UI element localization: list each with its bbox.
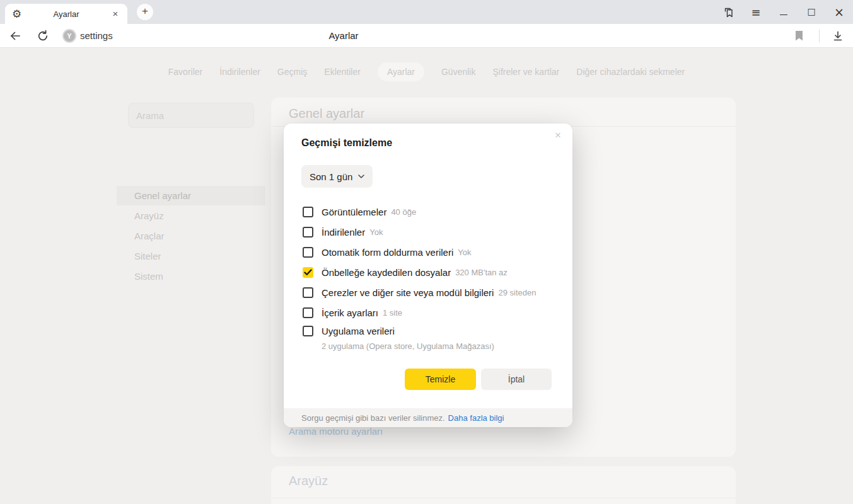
search-input[interactable] bbox=[128, 103, 254, 128]
item-label: Uygulama verileri bbox=[322, 326, 395, 336]
site-badge-icon[interactable]: Y bbox=[62, 29, 76, 43]
maximize-button[interactable]: □ bbox=[798, 0, 825, 24]
reload-button[interactable] bbox=[37, 30, 49, 42]
history-row-form-verileri[interactable]: Otomatik form doldurma verileri Yok bbox=[303, 242, 557, 262]
item-meta: 320 MB'tan az bbox=[455, 268, 508, 277]
download-icon[interactable] bbox=[832, 30, 845, 43]
omnibox-page-title: Ayarlar bbox=[328, 24, 358, 48]
checkbox-form-verileri[interactable] bbox=[303, 247, 313, 258]
item-label: Önbelleğe kaydedilen dosyalar bbox=[322, 267, 451, 278]
nav-tab-favoriler[interactable]: Favoriler bbox=[168, 67, 202, 77]
section-card-arayuz: Arayüz bbox=[271, 466, 736, 504]
section-divider bbox=[271, 498, 736, 498]
checkbox-cerezler[interactable] bbox=[303, 287, 313, 298]
section-title: Arayüz bbox=[289, 474, 328, 488]
item-meta: 1 site bbox=[383, 308, 402, 318]
window-controls: ≡ □ × bbox=[714, 0, 853, 24]
dialog-buttons: Temizle İptal bbox=[405, 369, 552, 390]
sidebar-item-arayuz[interactable]: Arayüz bbox=[117, 206, 265, 226]
new-tab-button[interactable]: + bbox=[137, 4, 153, 20]
item-meta: Yok bbox=[369, 227, 383, 237]
item-meta: Yok bbox=[458, 248, 471, 257]
sidebar-item-sistem[interactable]: Sistem bbox=[117, 266, 265, 286]
tab-title: Ayarlar bbox=[5, 9, 127, 19]
item-sub-label: 2 uygulama (Opera store, Uygulama Mağaza… bbox=[322, 341, 557, 351]
history-row-cerezler[interactable]: Çerezler ve diğer site veya modül bilgil… bbox=[303, 282, 557, 302]
check-icon bbox=[304, 269, 312, 276]
item-label: Görüntülemeler bbox=[322, 207, 386, 217]
sidebar-item-siteler[interactable]: Siteler bbox=[117, 246, 265, 266]
checkbox-uygulama-verileri[interactable] bbox=[303, 326, 313, 336]
history-row-icerik-ayarlari[interactable]: İçerik ayarları 1 site bbox=[303, 302, 557, 323]
chevron-down-icon bbox=[358, 175, 364, 178]
history-row-indirilenler[interactable]: İndirilenler Yok bbox=[303, 222, 557, 242]
back-button[interactable] bbox=[9, 30, 21, 42]
minimize-button[interactable] bbox=[770, 0, 798, 24]
checkbox-goruntulemeler[interactable] bbox=[303, 207, 313, 217]
nav-tab-guvenlik[interactable]: Güvenlik bbox=[441, 67, 475, 77]
browser-tab-ayarlar[interactable]: ⚙ Ayarlar × bbox=[5, 4, 127, 24]
sidebar-item-genel-ayarlar[interactable]: Genel ayarlar bbox=[117, 186, 265, 205]
nav-tab-gecmis[interactable]: Geçmiş bbox=[277, 67, 307, 77]
toolbar-divider bbox=[819, 30, 820, 42]
side-panel-bookmarks-icon[interactable] bbox=[714, 0, 742, 24]
item-meta: 40 öğe bbox=[391, 207, 416, 217]
nav-tab-eklentiler[interactable]: Eklentiler bbox=[324, 67, 361, 77]
checkbox-onbellek[interactable] bbox=[303, 267, 313, 278]
address-bar-text[interactable]: settings bbox=[80, 24, 113, 48]
clear-history-dialog: × Geçmişi temizleme Son 1 gün Görüntülem… bbox=[284, 123, 572, 427]
browser-window: ⚙ Ayarlar × + ≡ □ × bbox=[0, 0, 853, 504]
checkbox-icerik-ayarlari[interactable] bbox=[303, 307, 313, 318]
cancel-button[interactable]: İptal bbox=[481, 369, 552, 390]
nav-tab-indirilenler[interactable]: İndirilenler bbox=[219, 67, 260, 77]
clear-button[interactable]: Temizle bbox=[405, 369, 476, 390]
history-item-list: Görüntülemeler 40 öğe İndirilenler Yok O… bbox=[303, 202, 557, 351]
item-label: Çerezler ve diğer site veya modül bilgil… bbox=[322, 287, 494, 298]
more-info-link[interactable]: Daha fazla bilgi bbox=[448, 413, 504, 423]
checkbox-indirilenler[interactable] bbox=[303, 227, 313, 238]
nav-tab-sifreler-ve-kartlar[interactable]: Şifreler ve kartlar bbox=[492, 67, 559, 77]
dialog-footer: Sorgu geçmişi gibi bazı veriler silinmez… bbox=[284, 408, 572, 427]
item-label: İndirilenler bbox=[322, 227, 365, 238]
period-dropdown[interactable]: Son 1 gün bbox=[301, 165, 373, 188]
dialog-title: Geçmişi temizleme bbox=[301, 137, 392, 149]
nav-tab-diger-cihazlardaki-sekmeler[interactable]: Diğer cihazlardaki sekmeler bbox=[576, 67, 685, 77]
sidebar-item-araclar[interactable]: Araçlar bbox=[117, 226, 265, 246]
menu-icon[interactable]: ≡ bbox=[742, 0, 770, 24]
history-row-onbellek[interactable]: Önbelleğe kaydedilen dosyalar 320 MB'tan… bbox=[303, 262, 557, 282]
section-title: Genel ayarlar bbox=[289, 106, 364, 121]
dialog-close-icon[interactable]: × bbox=[552, 129, 564, 142]
item-meta: 29 siteden bbox=[498, 288, 536, 297]
bookmark-icon[interactable] bbox=[795, 31, 804, 41]
settings-nav-tabs: Favoriler İndirilenler Geçmiş Eklentiler… bbox=[0, 62, 853, 81]
nav-tab-ayarlar[interactable]: Ayarlar bbox=[378, 62, 424, 81]
tab-strip: ⚙ Ayarlar × + ≡ □ × bbox=[0, 0, 853, 24]
browser-toolbar: Y settings Ayarlar bbox=[0, 24, 853, 48]
search-engine-settings-link[interactable]: Arama motoru ayarları bbox=[289, 426, 383, 437]
item-label: İçerik ayarları bbox=[322, 307, 378, 318]
window-close-button[interactable]: × bbox=[825, 0, 853, 24]
history-row-goruntulemeler[interactable]: Görüntülemeler 40 öğe bbox=[303, 202, 557, 222]
minimize-icon bbox=[780, 14, 787, 15]
tab-close-icon[interactable]: × bbox=[110, 8, 121, 20]
footer-note: Sorgu geçmişi gibi bazı veriler silinmez… bbox=[301, 413, 445, 423]
item-label: Otomatik form doldurma verileri bbox=[322, 247, 453, 258]
history-row-uygulama-verileri[interactable]: Uygulama verileri 2 uygulama (Opera stor… bbox=[303, 323, 557, 351]
period-value: Son 1 gün bbox=[310, 171, 352, 182]
site-badge-letter: Y bbox=[67, 32, 71, 40]
